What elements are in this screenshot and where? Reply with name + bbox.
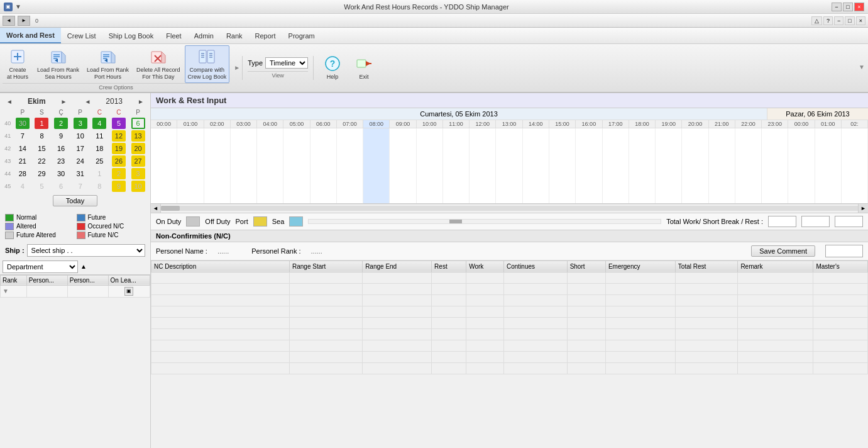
calendar-day[interactable]: 30 [13,117,33,130]
filter-icon[interactable]: ▼ [3,288,9,294]
help-button[interactable]: ? Help [317,52,348,83]
calendar-day[interactable]: 24 [70,155,90,167]
menu-item-report[interactable]: Report [249,28,282,43]
calendar-day[interactable]: 2 [52,117,71,130]
today-button[interactable]: Today [53,195,97,206]
calendar-day[interactable]: 17 [70,142,90,155]
nav-btn-2[interactable]: ► [18,16,30,26]
prev-month-button[interactable]: ◄ [4,97,15,106]
maximize-button[interactable]: □ [843,3,853,11]
calendar-day[interactable]: 10 [128,180,148,193]
secondary-ctrl-1[interactable]: △ [811,16,822,25]
secondary-ctrl-5[interactable]: × [856,16,865,25]
menu-item-work-and-rest[interactable]: Work and Rest [0,28,61,43]
calendar-day[interactable]: 10 [70,130,90,142]
calendar-day[interactable]: 1 [90,167,109,180]
save-comment-button[interactable]: Save Comment [751,245,815,257]
toolbar-bottom-expand[interactable]: ▼ [858,64,865,72]
load-from-rank-port-button[interactable]: Load From RankPort Hours [84,45,132,83]
rest-input[interactable] [835,216,863,227]
menu-item-ship-log-book[interactable]: Ship Log Book [102,28,160,43]
calendar-day[interactable]: 8 [32,130,52,142]
system-menu[interactable]: ▼ [15,3,21,10]
secondary-ctrl-4[interactable]: □ [845,16,854,25]
scroll-thumb[interactable] [161,206,180,211]
short-break-input[interactable] [801,216,830,227]
calendar-day[interactable]: 5 [109,117,129,130]
secondary-ctrl-2[interactable]: ? [823,16,833,25]
calendar-day[interactable]: 4 [90,117,109,130]
calendar-day[interactable]: 12 [109,130,129,142]
calendar-day[interactable]: 7 [13,130,33,142]
view-label: View [248,71,308,79]
menu-item-admin[interactable]: Admin [188,28,220,43]
calendar-day[interactable]: 14 [13,142,33,155]
calendar-day[interactable]: 18 [90,142,109,155]
calendar-day[interactable]: 15 [32,142,52,155]
calendar-day[interactable]: 28 [13,167,33,180]
nav-btn-1[interactable]: ◄ [3,16,15,26]
next-year-button[interactable]: ► [135,97,146,106]
calendar-day[interactable]: 27 [128,155,148,167]
load-from-rank-sea-button[interactable]: Load From RankSea Hours [34,45,82,83]
calendar-day[interactable]: 3 [70,117,90,130]
close-button[interactable]: × [854,3,864,11]
delete-all-record-button[interactable]: Delete All RecordFor This Day [133,45,184,83]
calendar-day[interactable]: 30 [52,167,71,180]
calendar-day[interactable]: 11 [90,130,109,142]
calendar-day[interactable]: 4 [13,180,33,193]
hour-cell: 16:00 [576,120,602,128]
secondary-ctrl-3[interactable]: − [834,16,843,25]
scroll-right-arrow[interactable]: ► [858,204,868,213]
calendar-day[interactable]: 16 [52,142,71,155]
total-work-input[interactable] [768,216,796,227]
table-icon-cell[interactable]: ▣ [124,287,133,296]
calendar-day[interactable]: 3 [128,167,148,180]
compare-crew-log-button[interactable]: Compare withCrew Log Book [185,45,230,83]
type-select[interactable]: Timeline Table Chart [265,57,308,69]
hour-cell: 10:00 [417,120,443,128]
load-from-rank-port-label: Load From RankPort Hours [87,67,129,81]
calendar-day[interactable]: 20 [128,142,148,155]
calendar-day[interactable]: 21 [13,155,33,167]
compare-icon [198,48,216,65]
scroll-left-arrow[interactable]: ◄ [151,204,161,213]
department-arrow[interactable]: ▲ [80,263,87,270]
calendar-day[interactable]: 31 [70,167,90,180]
calendar-day[interactable]: 23 [52,155,71,167]
next-month-button[interactable]: ► [58,97,70,106]
menu-item-program[interactable]: Program [282,28,321,43]
minimize-button[interactable]: − [832,3,842,11]
scheduler-info: On Duty Off Duty Port Sea Total Work/ Sh… [151,213,868,230]
calendar-day[interactable]: 26 [109,155,129,167]
ship-select[interactable]: Select ship . . [27,244,145,257]
timeline-col [629,128,656,203]
calendar-day[interactable]: 7 [70,180,90,193]
menu-item-rank[interactable]: Rank [220,28,249,43]
window-title: Work And Rest Hours Records - YDDO Ship … [21,3,832,11]
date-header-row: Cumartesi, 05 Ekim 2013 Pazar, 06 Ekim 2… [151,108,868,120]
calendar-day[interactable]: 6 [128,117,148,130]
toolbar-expand-arrow[interactable]: ► [233,55,241,81]
calendar-day[interactable]: 25 [90,155,109,167]
calendar-day[interactable]: 13 [128,130,148,142]
menu-item-fleet[interactable]: Fleet [160,28,187,43]
calendar-day[interactable]: 9 [109,180,129,193]
calendar-day[interactable]: 19 [109,142,129,155]
prev-year-button[interactable]: ◄ [82,97,93,106]
calendar-day[interactable]: 8 [90,180,109,193]
calendar-day[interactable]: 5 [32,180,52,193]
calendar-day[interactable]: 2 [109,167,129,180]
menu-item-crew-list[interactable]: Crew List [61,28,102,43]
comment-input[interactable] [825,245,863,257]
calendar-day[interactable]: 22 [32,155,52,167]
create-at-hours-button[interactable]: Createat Hours [3,45,33,83]
calendar-day[interactable]: 1 [32,117,52,130]
calendar-day[interactable]: 29 [32,167,52,180]
scheduler-scroll-thumb[interactable] [449,220,462,223]
department-select[interactable]: Department [3,260,78,273]
calendar-day[interactable]: 9 [52,130,71,142]
timeline-col [842,128,868,203]
exit-button[interactable]: Exit [349,52,379,83]
calendar-day[interactable]: 6 [52,180,71,193]
